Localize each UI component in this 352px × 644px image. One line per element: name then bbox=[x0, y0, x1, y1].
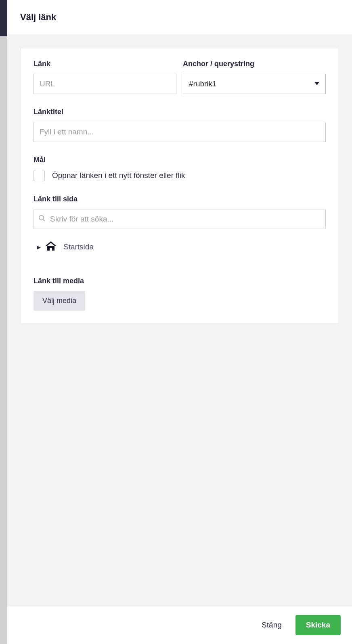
target-checkbox-row: Öppnar länken i ett nytt fönster eller f… bbox=[34, 170, 326, 181]
search-icon bbox=[38, 215, 46, 224]
link-title-input[interactable] bbox=[34, 122, 326, 142]
home-icon bbox=[46, 241, 56, 253]
group-media-link: Länk till media Välj media bbox=[34, 277, 326, 311]
target-new-window-checkbox[interactable] bbox=[34, 170, 45, 181]
svg-line-2 bbox=[43, 220, 45, 221]
target-label: Mål bbox=[34, 156, 326, 164]
link-title-label: Länktitel bbox=[34, 108, 326, 116]
group-target: Mål Öppnar länken i ett nytt fönster ell… bbox=[34, 156, 326, 181]
close-button[interactable]: Stäng bbox=[259, 617, 284, 634]
anchor-label: Anchor / querystring bbox=[183, 60, 326, 68]
link-label: Länk bbox=[34, 60, 176, 68]
target-checkbox-label: Öppnar länken i ett nytt fönster eller f… bbox=[52, 171, 185, 180]
page-link-label: Länk till sida bbox=[34, 195, 326, 203]
page-tree: ▶ Startsida bbox=[34, 241, 326, 253]
backdrop-strip bbox=[0, 0, 7, 644]
anchor-input[interactable] bbox=[183, 74, 326, 94]
modal-header: Välj länk bbox=[7, 0, 352, 35]
group-link: Länk bbox=[34, 60, 176, 94]
media-link-label: Länk till media bbox=[34, 277, 326, 285]
submit-button[interactable]: Skicka bbox=[295, 615, 341, 635]
page-search-input[interactable] bbox=[34, 209, 326, 229]
group-link-title: Länktitel bbox=[34, 108, 326, 142]
group-anchor: Anchor / querystring bbox=[183, 60, 326, 94]
tree-item-label: Startsida bbox=[63, 243, 94, 251]
tree-expand-icon[interactable]: ▶ bbox=[37, 244, 41, 250]
anchor-combo[interactable] bbox=[183, 74, 326, 94]
form-card: Länk Anchor / querystring Länktitel bbox=[20, 48, 339, 324]
link-url-input[interactable] bbox=[34, 74, 176, 94]
modal-body: Länk Anchor / querystring Länktitel bbox=[7, 35, 352, 606]
group-page-link: Länk till sida ▶ bbox=[34, 195, 326, 269]
page-search-wrap bbox=[34, 209, 326, 229]
row-link-anchor: Länk Anchor / querystring bbox=[34, 60, 326, 94]
svg-point-1 bbox=[39, 215, 44, 220]
modal-footer: Stäng Skicka bbox=[7, 606, 352, 644]
link-picker-modal: Välj länk Länk Anchor / querystring bbox=[7, 0, 352, 644]
choose-media-button[interactable]: Välj media bbox=[34, 291, 85, 311]
tree-item-startsida[interactable]: ▶ Startsida bbox=[37, 241, 326, 253]
modal-title: Välj länk bbox=[20, 12, 339, 23]
